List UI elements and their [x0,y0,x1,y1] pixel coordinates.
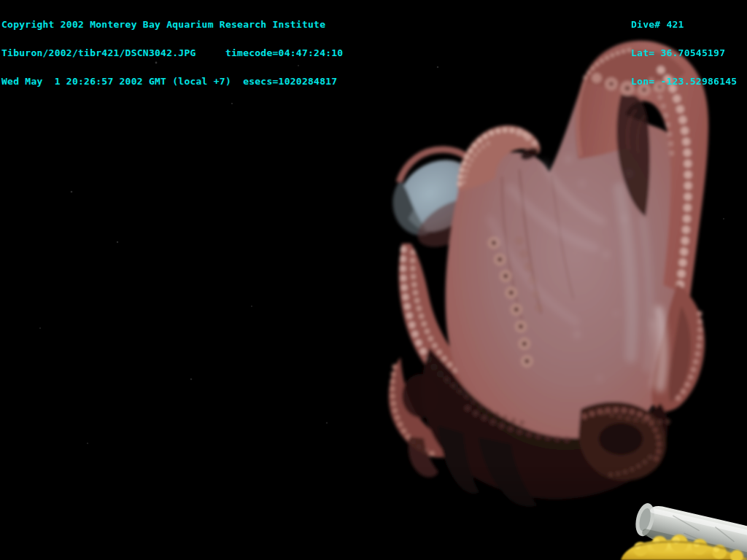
date-esecs-line: Wed May 1 20:26:57 2002 GMT (local +7) e… [1,77,343,86]
telemetry-overlay-top-left: Copyright 2002 Monterey Bay Aquarium Res… [1,1,343,105]
rov-video-frame: Copyright 2002 Monterey Bay Aquarium Res… [0,0,747,560]
copyright-line: Copyright 2002 Monterey Bay Aquarium Res… [1,20,343,29]
longitude: Lon= -123.52986145 [631,77,737,86]
telemetry-overlay-bottom: Depth= 3606.1 m Temp= 1.526 C Sal= 34.38… [1,548,455,560]
latitude: Lat= 36.70545197 [631,48,737,58]
dive-number: Dive# 421 [631,20,737,29]
telemetry-overlay-top-right: Dive# 421 Lat= 36.70545197 Lon= -123.529… [631,1,737,105]
file-timecode-line: Tiburon/2002/tibr421/DSCN3042.JPG timeco… [1,48,343,58]
octopus-illustration [384,41,708,507]
